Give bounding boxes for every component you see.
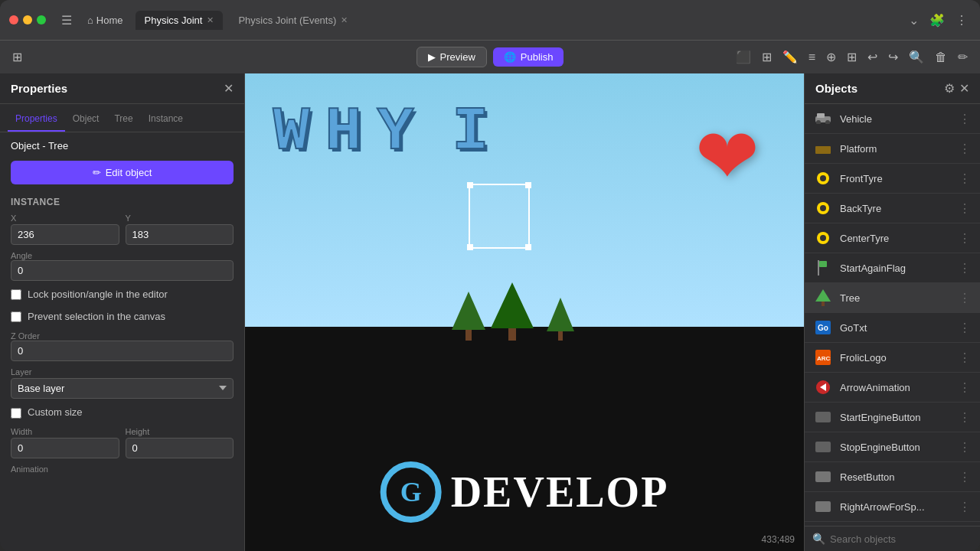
maximize-button[interactable] bbox=[37, 15, 46, 24]
froliclogo-menu-icon[interactable]: ⋮ bbox=[959, 350, 971, 365]
list-item[interactable]: FrontTyre ⋮ bbox=[805, 164, 980, 194]
startagainflag-menu-icon[interactable]: ⋮ bbox=[959, 261, 971, 276]
main-content: Properties ✕ Properties Object Tree Inst… bbox=[0, 73, 980, 551]
tab-physics-joint-events[interactable]: Physics Joint (Events) ✕ bbox=[229, 11, 357, 30]
list-item[interactable]: ARCS FrolicLogo ⋮ bbox=[805, 343, 980, 373]
width-field: Width bbox=[11, 427, 119, 458]
prevent-selection-checkbox[interactable] bbox=[11, 311, 21, 322]
rightarrow-icon bbox=[814, 497, 832, 516]
tab-object[interactable]: Object bbox=[65, 110, 107, 132]
arrowanimation-name: ArrowAnimation bbox=[840, 382, 959, 393]
resetbutton-icon bbox=[814, 468, 832, 486]
height-input[interactable] bbox=[126, 438, 234, 458]
chevron-down-icon[interactable]: ⌄ bbox=[906, 11, 922, 29]
rightarrow-menu-icon[interactable]: ⋮ bbox=[959, 500, 971, 514]
filter-icon[interactable]: ⚙ bbox=[944, 81, 955, 96]
angle-input[interactable] bbox=[11, 260, 234, 281]
svg-rect-1 bbox=[817, 113, 825, 118]
gotxt-menu-icon[interactable]: ⋮ bbox=[959, 321, 971, 335]
zoom-icon[interactable]: 🔍 bbox=[906, 48, 927, 66]
home-tab[interactable]: ⌂ Home bbox=[81, 11, 129, 29]
list-item[interactable]: CenterTyre ⋮ bbox=[805, 223, 980, 253]
svg-rect-22 bbox=[815, 442, 831, 452]
tab-instance[interactable]: Instance bbox=[141, 110, 191, 132]
minimize-button[interactable] bbox=[23, 15, 32, 24]
search-input[interactable] bbox=[830, 533, 972, 545]
canvas-area[interactable]: W H Y I ❤ bbox=[245, 73, 804, 551]
arrowanimation-menu-icon[interactable]: ⋮ bbox=[959, 380, 971, 395]
layout-icon[interactable]: ⊞ bbox=[9, 48, 25, 66]
froliclogo-name: FrolicLogo bbox=[840, 352, 959, 364]
redo-icon[interactable]: ↪ bbox=[885, 48, 901, 66]
startenginebutton-name: StartEngineButton bbox=[840, 412, 959, 423]
stopenginebutton-icon bbox=[814, 438, 832, 456]
close-objects-icon[interactable]: ✕ bbox=[959, 81, 969, 96]
list-item[interactable]: BackTyre ⋮ bbox=[805, 194, 980, 223]
group-icon[interactable]: ⊞ bbox=[759, 48, 775, 66]
x-input[interactable] bbox=[11, 224, 119, 245]
list-item[interactable]: StopEngineButton ⋮ bbox=[805, 432, 980, 462]
tab-tree[interactable]: Tree bbox=[106, 110, 140, 132]
preview-button[interactable]: ▶ Preview bbox=[416, 47, 487, 67]
edit-object-button[interactable]: ✏ Edit object bbox=[11, 161, 234, 184]
backtyre-menu-icon[interactable]: ⋮ bbox=[959, 201, 971, 216]
more-icon[interactable]: ⋮ bbox=[952, 11, 971, 29]
tab-properties[interactable]: Properties bbox=[8, 110, 65, 132]
tree-menu-icon[interactable]: ⋮ bbox=[959, 291, 971, 305]
coordinates-badge: 433;489 bbox=[762, 534, 795, 545]
y-input[interactable] bbox=[126, 224, 234, 245]
list-item[interactable]: Go GoTxt ⋮ bbox=[805, 313, 980, 343]
list-item[interactable]: Tree ⋮ bbox=[805, 283, 980, 313]
list-item[interactable]: ArrowAnimation ⋮ bbox=[805, 373, 980, 403]
list-item[interactable]: ResetButton ⋮ bbox=[805, 462, 980, 492]
stopenginebutton-menu-icon[interactable]: ⋮ bbox=[959, 440, 971, 455]
lock-position-label: Lock position/angle in the editor bbox=[28, 289, 168, 302]
tab-label: Physics Joint bbox=[145, 15, 203, 26]
tab-physics-joint[interactable]: Physics Joint ✕ bbox=[136, 11, 224, 30]
grid2-icon[interactable]: ⊞ bbox=[844, 48, 860, 66]
close-button[interactable] bbox=[9, 15, 18, 24]
objects-panel: Objects ⚙ ✕ Vehicle ⋮ bbox=[804, 73, 980, 551]
svg-point-10 bbox=[820, 235, 826, 241]
pencil-icon[interactable]: ✏️ bbox=[779, 48, 801, 66]
startenginebutton-menu-icon[interactable]: ⋮ bbox=[959, 410, 971, 425]
cube-icon[interactable]: ⬛ bbox=[733, 48, 754, 66]
platform-menu-icon[interactable]: ⋮ bbox=[959, 142, 971, 156]
delete-icon[interactable]: 🗑 bbox=[932, 49, 950, 66]
layer-label: Layer bbox=[11, 367, 234, 377]
panel-close-icon[interactable]: ✕ bbox=[224, 81, 234, 96]
menu-icon[interactable]: ☰ bbox=[58, 11, 75, 29]
handle-bl bbox=[467, 244, 473, 250]
lock-position-checkbox[interactable] bbox=[11, 289, 21, 300]
custom-size-checkbox[interactable] bbox=[11, 408, 21, 419]
publish-button[interactable]: 🌐 Publish bbox=[493, 47, 564, 67]
toolbar-left: ⊞ bbox=[9, 48, 25, 66]
resetbutton-menu-icon[interactable]: ⋮ bbox=[959, 470, 971, 484]
grid-icon[interactable]: ⊕ bbox=[823, 48, 839, 66]
list-item[interactable]: Platform ⋮ bbox=[805, 134, 980, 164]
tab-close-icon[interactable]: ✕ bbox=[341, 15, 348, 25]
centertyre-menu-icon[interactable]: ⋮ bbox=[959, 231, 971, 246]
fronttyre-menu-icon[interactable]: ⋮ bbox=[959, 171, 971, 186]
vehicle-name: Vehicle bbox=[840, 113, 959, 125]
zorder-input[interactable] bbox=[11, 341, 234, 361]
layers-icon[interactable]: ≡ bbox=[805, 49, 818, 66]
handle-tr bbox=[525, 182, 531, 188]
width-input[interactable] bbox=[11, 438, 119, 458]
list-item[interactable]: Vehicle ⋮ bbox=[805, 104, 980, 134]
wh-row: Width Height bbox=[0, 424, 244, 461]
list-item[interactable]: RightArrowForSp... ⋮ bbox=[805, 492, 980, 522]
list-item[interactable]: StartAgainFlag ⋮ bbox=[805, 253, 980, 283]
extensions-icon[interactable]: 🧩 bbox=[926, 11, 948, 29]
zorder-label: Z Order bbox=[11, 331, 234, 341]
list-item[interactable]: StartEngineButton ⋮ bbox=[805, 403, 980, 432]
vehicle-menu-icon[interactable]: ⋮ bbox=[959, 112, 971, 126]
tab-close-icon[interactable]: ✕ bbox=[207, 15, 214, 25]
svg-rect-14 bbox=[822, 302, 825, 306]
y-label: Y bbox=[126, 214, 234, 223]
undo-icon[interactable]: ↩ bbox=[864, 48, 880, 66]
svg-rect-24 bbox=[815, 501, 831, 512]
edit-icon[interactable]: ✏ bbox=[955, 48, 971, 66]
centertyre-name: CenterTyre bbox=[840, 233, 959, 244]
layer-select[interactable]: Base layer bbox=[11, 378, 234, 399]
